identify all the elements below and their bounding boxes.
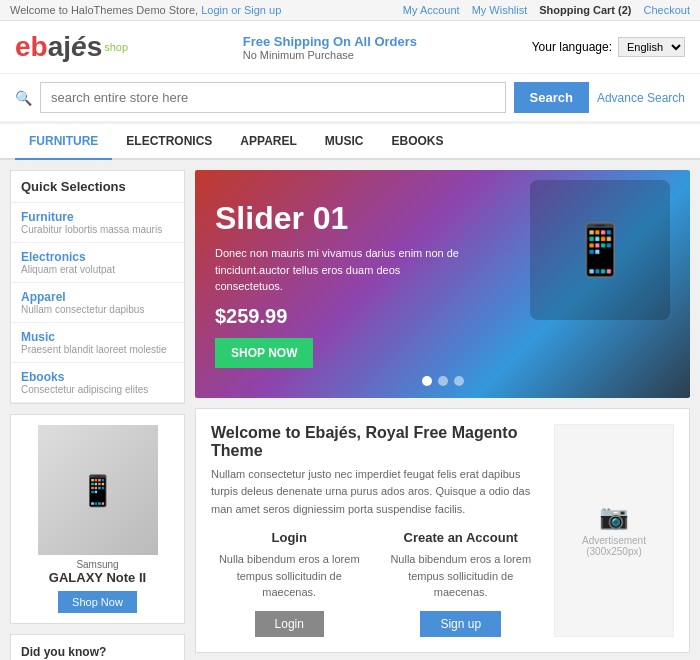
advertisement-placeholder: 📷 Advertisement (300x250px) (554, 424, 674, 637)
ad-label: Advertisement (300x250px) (560, 535, 668, 557)
shopping-cart-link[interactable]: Shopping Cart (2) (539, 4, 631, 16)
signup-button[interactable]: Sign up (420, 611, 501, 637)
sidebar-product-card: 📱 Samsung GALAXY Note II Shop Now (10, 414, 185, 624)
search-input[interactable] (40, 82, 506, 113)
create-account-box: Create an Account Nulla bibendum eros a … (383, 530, 540, 637)
quick-selections-title: Quick Selections (11, 171, 184, 203)
login-box: Login Nulla bibendum eros a lorem tempus… (211, 530, 368, 637)
login-signup-link[interactable]: Login or Sign up (201, 4, 281, 16)
sidebar-item-apparel[interactable]: Apparel Nullam consectetur dapibus (11, 283, 184, 323)
login-box-title: Login (211, 530, 368, 545)
main-layout: Quick Selections Furniture Curabitur lob… (0, 160, 700, 660)
shipping-info: Free Shipping On All Orders No Minimum P… (243, 34, 417, 61)
camera-icon: 📷 (599, 503, 629, 531)
nav-item-furniture[interactable]: FURNITURE (15, 124, 112, 160)
sidebar-item-music[interactable]: Music Praesent blandit laoreet molestie (11, 323, 184, 363)
login-create-area: Login Nulla bibendum eros a lorem tempus… (211, 530, 539, 637)
product-model: GALAXY Note II (21, 570, 174, 585)
welcome-text: Nullam consectetur justo nec imperdiet f… (211, 466, 539, 519)
sidebar-item-electronics[interactable]: Electronics Aliquam erat volutpat (11, 243, 184, 283)
dyk-title: Did you know? (21, 645, 174, 659)
did-you-know-panel: Did you know? 👩 Your customer service is… (10, 634, 185, 660)
create-box-title: Create an Account (383, 530, 540, 545)
main-nav: FURNITURE ELECTRONICS APPAREL MUSIC EBOO… (0, 124, 700, 160)
login-box-text: Nulla bibendum eros a lorem tempus solli… (211, 551, 368, 601)
sidebar-product-image: 📱 (38, 425, 158, 555)
sidebar-shop-now-button[interactable]: Shop Now (58, 591, 137, 613)
create-box-text: Nulla bibendum eros a lorem tempus solli… (383, 551, 540, 601)
logo: ebajés shop (15, 31, 128, 63)
slider-shop-now-button[interactable]: SHOP NOW (215, 338, 313, 368)
welcome-left: Welcome to Ebajés, Royal Free Magento Th… (211, 424, 539, 637)
sidebar-item-ebooks[interactable]: Ebooks Consectetur adipiscing elites (11, 363, 184, 403)
nav-item-electronics[interactable]: ELECTRONICS (112, 124, 226, 160)
slider-dot-1[interactable] (422, 376, 432, 386)
login-button[interactable]: Login (255, 611, 324, 637)
main-content: Slider 01 Donec non mauris mi vivamus da… (195, 170, 690, 660)
nav-item-ebooks[interactable]: EBOOKS (377, 124, 457, 160)
top-bar-right: My Account My Wishlist Shopping Cart (2)… (403, 4, 690, 16)
top-bar: Welcome to HaloThemes Demo Store, Login … (0, 0, 700, 21)
phone-icon: 📱 (38, 425, 158, 555)
search-button[interactable]: Search (514, 82, 589, 113)
product-brand: Samsung (21, 559, 174, 570)
welcome-section: Welcome to Ebajés, Royal Free Magento Th… (195, 408, 690, 653)
slider-dots (422, 376, 464, 386)
advance-search-link[interactable]: Advance Search (597, 91, 685, 105)
top-bar-welcome: Welcome to HaloThemes Demo Store, Login … (10, 4, 281, 16)
free-shipping-text: Free Shipping On All Orders No Minimum P… (243, 34, 417, 61)
checkout-link[interactable]: Checkout (644, 4, 690, 16)
header: ebajés shop Free Shipping On All Orders … (0, 21, 700, 74)
language-dropdown[interactable]: English (618, 37, 685, 57)
search-bar: 🔍 Search Advance Search (0, 74, 700, 124)
welcome-title: Welcome to Ebajés, Royal Free Magento Th… (211, 424, 539, 460)
my-account-link[interactable]: My Account (403, 4, 460, 16)
logo-shop: shop (104, 41, 128, 53)
my-wishlist-link[interactable]: My Wishlist (472, 4, 528, 16)
nav-item-music[interactable]: MUSIC (311, 124, 378, 160)
sidebar: Quick Selections Furniture Curabitur lob… (10, 170, 185, 660)
hero-slider: Slider 01 Donec non mauris mi vivamus da… (195, 170, 690, 398)
quick-selections-panel: Quick Selections Furniture Curabitur lob… (10, 170, 185, 404)
slider-dot-3[interactable] (454, 376, 464, 386)
slider-dot-2[interactable] (438, 376, 448, 386)
language-selector: Your language: English (532, 37, 685, 57)
slider-device-image: 📱 (530, 180, 670, 320)
nav-item-apparel[interactable]: APPAREL (226, 124, 310, 160)
search-icon: 🔍 (15, 90, 32, 106)
slider-description: Donec non mauris mi vivamus darius enim … (215, 245, 465, 295)
sidebar-item-furniture[interactable]: Furniture Curabitur lobortis massa mauri… (11, 203, 184, 243)
